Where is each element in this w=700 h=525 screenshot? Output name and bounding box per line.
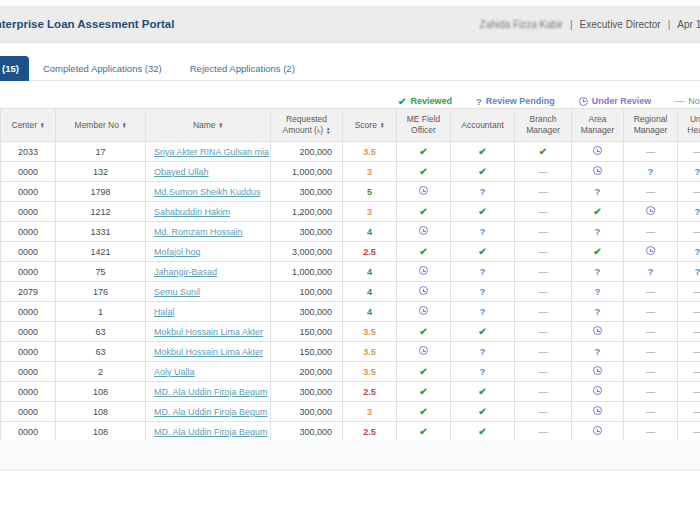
reviewed-check-icon: ✔: [593, 246, 601, 257]
tab-rejected-applications[interactable]: Rejected Applications (2): [176, 56, 309, 81]
not-reviewed-dash-icon: —: [539, 247, 548, 257]
member-name-link[interactable]: Mokbul Hossain Lima Akter: [154, 347, 263, 357]
reviewed-check-icon: ✔: [478, 146, 486, 157]
tab-completed-applications[interactable]: Completed Applications (32): [29, 56, 176, 81]
member-name-link[interactable]: Jahangir-Basad: [154, 267, 217, 277]
cell-member-no: 1: [56, 302, 146, 322]
column-header-member-no[interactable]: Member No▲▼: [56, 109, 146, 142]
review-pending-question-icon: ?: [480, 266, 486, 277]
cell-status-regional-manager: —: [624, 282, 678, 302]
legend-review-pending: ? Review Pending: [476, 96, 555, 107]
cell-score: 3.5: [343, 342, 397, 362]
not-reviewed-dash-icon: —: [693, 367, 700, 377]
cell-name: MD. Ala Uddin Firoja Begum: [146, 402, 271, 422]
score-value: 3: [367, 207, 372, 217]
cell-requested-amount: 300,000: [271, 182, 343, 202]
review-pending-question-icon: ?: [695, 246, 700, 257]
cell-status-regional-manager: —: [624, 422, 678, 442]
review-pending-question-icon: ?: [648, 166, 654, 177]
cell-score: 3.5: [343, 322, 397, 342]
cell-status-me-field-officer: [397, 222, 451, 242]
member-name-link[interactable]: Sahabuddin Hakim: [154, 207, 230, 217]
not-reviewed-dash-icon: —: [646, 327, 655, 337]
table-row: 00002Aoly Ualla200,0003.5✔?———: [1, 362, 700, 382]
cell-status-accountant: ✔: [451, 322, 515, 342]
review-pending-question-icon: ?: [595, 346, 601, 357]
review-pending-question-icon: ?: [695, 166, 700, 177]
cell-center: 0000: [1, 162, 56, 182]
cell-center: 0000: [1, 262, 56, 282]
member-name-link[interactable]: Halal: [154, 307, 175, 317]
member-name-link[interactable]: MD. Ala Uddin Firoja Begum: [154, 407, 268, 417]
cell-score: 4: [343, 222, 397, 242]
member-name-link[interactable]: Semu Sunil: [154, 287, 200, 297]
cell-score: 2.5: [343, 382, 397, 402]
member-name-link[interactable]: Md.Sumon Sheikh Kuddus: [154, 187, 261, 197]
reviewed-check-icon: ✔: [419, 426, 427, 437]
member-name-link[interactable]: Obayed Ullah: [154, 167, 209, 177]
reviewed-check-icon: ✔: [419, 246, 427, 257]
under-review-clock-icon: [593, 166, 602, 175]
cell-status-branch-manager: —: [515, 422, 572, 442]
under-review-clock-icon: [419, 226, 428, 235]
not-reviewed-dash-icon: —: [646, 427, 655, 437]
column-header-score[interactable]: Score▲▼: [343, 109, 397, 142]
not-reviewed-dash-icon: —: [539, 227, 548, 237]
reviewed-check-icon: ✔: [478, 426, 486, 437]
table-header-row: Center▲▼Member No▲▼Name▲▼Requested Amoun…: [1, 109, 700, 142]
score-value: 3.5: [363, 327, 376, 337]
member-name-link[interactable]: MD. Ala Uddin Firoja Begum: [154, 387, 268, 397]
cell-score: 4: [343, 282, 397, 302]
cell-score: 3.5: [343, 142, 397, 162]
cell-status-area-manager: ?: [572, 282, 624, 302]
cell-status-accountant: ?: [451, 362, 515, 382]
tab-pending-applications[interactable]: (15): [0, 56, 29, 81]
member-name-link[interactable]: Mofajol hoq: [154, 247, 201, 257]
member-name-link[interactable]: Mokbul Hossain Lima Akter: [154, 327, 263, 337]
member-name-link[interactable]: Sriya Akter RINA Gulsan mia: [154, 147, 269, 157]
cell-status-unit-head: ?: [678, 202, 700, 222]
cell-status-area-manager: [572, 402, 624, 422]
cell-status-regional-manager: ?: [624, 262, 678, 282]
cell-status-branch-manager: —: [515, 322, 572, 342]
member-name-link[interactable]: Md. Romzam Hossain: [154, 227, 243, 237]
separator: |: [570, 19, 573, 30]
cell-score: 4: [343, 302, 397, 322]
cell-score: 2.5: [343, 422, 397, 442]
column-header-center[interactable]: Center▲▼: [1, 109, 56, 142]
column-header-requested-amount[interactable]: Requested Amount (৳)▲▼: [271, 109, 343, 142]
cell-status-branch-manager: —: [515, 162, 572, 182]
column-header-name[interactable]: Name▲▼: [146, 109, 271, 142]
column-header-area-manager: Area Manager: [572, 109, 624, 142]
cell-center: 0000: [1, 202, 56, 222]
header-date: Apr 1,: [677, 19, 700, 30]
cell-status-unit-head: ?: [678, 242, 700, 262]
member-name-link[interactable]: Aoly Ualla: [154, 367, 195, 377]
sort-icon: ▲▼: [380, 122, 384, 130]
under-review-clock-icon: [579, 97, 588, 106]
member-name-link[interactable]: MD. Ala Uddin Firoja Begum: [154, 427, 268, 437]
cell-center: 0000: [1, 382, 56, 402]
cell-status-branch-manager: —: [515, 342, 572, 362]
cell-score: 2.5: [343, 242, 397, 262]
cell-status-accountant: ✔: [451, 242, 515, 262]
cell-name: Sriya Akter RINA Gulsan mia: [146, 142, 271, 162]
not-reviewed-dash-icon: —: [646, 407, 655, 417]
sort-icon: ▲▼: [219, 122, 223, 130]
column-header-unit-head: Unit Head: [678, 109, 700, 142]
tab-bar: (15) Completed Applications (32) Rejecte…: [0, 43, 700, 90]
legend-not-reviewed: — Not Reviewed: [675, 96, 700, 106]
reviewed-check-icon: ✔: [419, 206, 427, 217]
cell-status-area-manager: ?: [572, 222, 624, 242]
cell-status-me-field-officer: ✔: [397, 162, 451, 182]
cell-status-unit-head: —: [678, 362, 700, 382]
reviewed-check-icon: ✔: [478, 246, 486, 257]
cell-name: Semu Sunil: [146, 282, 271, 302]
cell-requested-amount: 1,000,000: [271, 262, 343, 282]
cell-status-unit-head: —: [678, 422, 700, 442]
cell-center: 0000: [1, 182, 56, 202]
cell-status-branch-manager: —: [515, 222, 572, 242]
not-reviewed-dash-icon: —: [539, 367, 548, 377]
reviewed-check-icon: ✔: [419, 326, 427, 337]
cell-status-regional-manager: —: [624, 342, 678, 362]
